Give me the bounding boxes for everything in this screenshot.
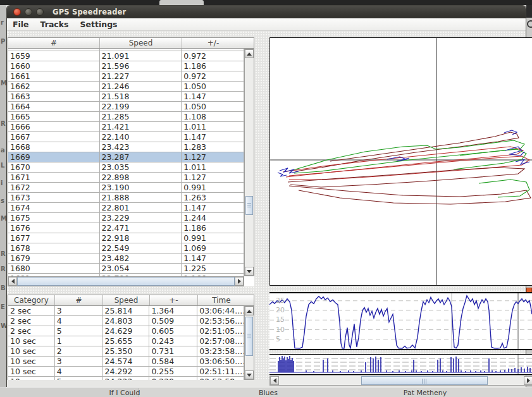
- table-cell: 1.244: [182, 213, 244, 223]
- table-cell: 22.801: [100, 203, 182, 213]
- scroll-left-button[interactable]: [270, 376, 279, 385]
- menu-settings[interactable]: Settings: [75, 18, 123, 31]
- table-cell: 2 sec: [8, 316, 55, 326]
- table-cell: 24.292: [103, 367, 150, 377]
- y-axis-tick: 20: [276, 306, 285, 314]
- table-row[interactable]: 166722.1401.147: [8, 132, 244, 142]
- table-cell: 24.803: [103, 316, 150, 326]
- table-row[interactable]: 2 sec524.6290.60502:51:05....: [8, 326, 244, 336]
- speed-graph-canvas[interactable]: [269, 293, 532, 349]
- table-cell: 4: [55, 367, 103, 377]
- menu-tracks[interactable]: Tracks: [35, 18, 75, 31]
- table-cell: 22.199: [100, 102, 182, 112]
- scroll-down-button[interactable]: [245, 370, 254, 379]
- y-axis-tick: 25: [276, 296, 285, 305]
- table-row[interactable]: 167122.8981.127: [8, 173, 244, 183]
- table-cell: 1663: [8, 92, 100, 102]
- background-letter: i: [1, 180, 3, 186]
- speed-table-vscrollbar[interactable]: [244, 49, 254, 276]
- table-cell: 1.069: [182, 243, 244, 253]
- table-row[interactable]: 166121.2270.972: [8, 71, 244, 82]
- col-header-speed[interactable]: Speed: [103, 295, 150, 305]
- speed-graph-panel[interactable]: 252015105: [269, 292, 532, 350]
- table-row[interactable]: 10 sec524.2220.22902:53:58....: [8, 377, 244, 380]
- scroll-thumb[interactable]: [361, 376, 488, 385]
- table-cell: 03:06:50....: [197, 357, 244, 367]
- scroll-down-button[interactable]: [245, 267, 254, 276]
- table-row[interactable]: 167822.5491.069: [8, 243, 244, 253]
- table-cell: 1.050: [182, 82, 244, 92]
- track-plot-panel[interactable]: [269, 37, 532, 286]
- table-row[interactable]: 2 sec325.8141.36403:06:44....: [8, 306, 244, 316]
- gps-speedreader-window: GPS Speedreader File Tracks Settings # S…: [6, 5, 526, 387]
- table-cell: 0.243: [149, 336, 197, 346]
- table-row[interactable]: 166321.5181.147: [8, 92, 244, 102]
- maximize-button[interactable]: [36, 8, 44, 16]
- track-plot-canvas[interactable]: [270, 38, 532, 285]
- col-header-num[interactable]: #: [55, 295, 103, 305]
- table-row[interactable]: 165821.2130.933: [8, 49, 244, 51]
- minimize-button[interactable]: [25, 8, 32, 16]
- graph-hscrollbar[interactable]: [269, 376, 532, 386]
- table-row[interactable]: 166521.2851.108: [8, 112, 244, 122]
- scroll-up-button[interactable]: [245, 307, 254, 315]
- table-cell: 22.549: [100, 243, 182, 253]
- table-cell: 0.731: [149, 346, 197, 357]
- table-row[interactable]: 2 sec424.8030.50902:53:56....: [8, 316, 244, 326]
- title-bar[interactable]: GPS Speedreader: [7, 6, 526, 18]
- table-row[interactable]: 167923.4821.147: [8, 253, 244, 264]
- close-button[interactable]: [13, 8, 21, 16]
- scroll-left-button[interactable]: [8, 277, 17, 286]
- table-cell: 21.285: [100, 112, 182, 122]
- scroll-thumb[interactable]: [17, 277, 235, 286]
- table-row[interactable]: 168023.0541.225: [8, 264, 244, 274]
- col-header-num[interactable]: #: [8, 38, 100, 48]
- col-header-speed[interactable]: Speed: [100, 38, 182, 48]
- table-row[interactable]: 165921.0910.972: [8, 51, 244, 61]
- scroll-track[interactable]: [17, 277, 235, 286]
- speed-table-header[interactable]: # Speed +/-: [8, 37, 254, 49]
- table-cell: 1666: [8, 122, 100, 132]
- overview-graph-panel[interactable]: [269, 354, 532, 375]
- table-cell: 21.421: [100, 122, 182, 132]
- scroll-up-button[interactable]: [245, 49, 254, 58]
- table-row[interactable]: 167722.9180.991: [8, 233, 244, 243]
- song-genre: Blues: [259, 389, 278, 397]
- table-cell: 1674: [8, 203, 100, 213]
- scroll-thumb[interactable]: [245, 196, 253, 215]
- col-header-plusminus[interactable]: +/-: [182, 38, 244, 48]
- records-table-header[interactable]: Category # Speed +- Time: [8, 295, 254, 306]
- table-row[interactable]: 10 sec225.3500.73103:23:58....: [8, 346, 244, 357]
- table-cell: 22.898: [100, 173, 182, 183]
- background-letter: M: [1, 80, 6, 87]
- table-row[interactable]: 167223.1900.991: [8, 183, 244, 193]
- scroll-right-button[interactable]: [235, 277, 244, 286]
- table-row[interactable]: 167523.2291.244: [8, 213, 244, 223]
- table-row[interactable]: 166422.1991.050: [8, 102, 244, 112]
- speed-table-hscrollbar[interactable]: [8, 276, 244, 286]
- table-cell: 0.972: [182, 71, 244, 82]
- table-row[interactable]: 166221.2461.050: [8, 82, 244, 92]
- table-row[interactable]: 167422.8011.147: [8, 203, 244, 213]
- menu-file[interactable]: File: [7, 18, 35, 31]
- col-header-category[interactable]: Category: [8, 295, 55, 305]
- col-header-plusminus[interactable]: +-: [150, 295, 198, 305]
- table-cell: 1.011: [182, 122, 244, 132]
- scroll-track[interactable]: [279, 376, 524, 385]
- table-row[interactable]: 167622.4711.186: [8, 223, 244, 233]
- scroll-thumb[interactable]: [245, 317, 253, 356]
- scroll-right-button[interactable]: [524, 376, 532, 385]
- table-row[interactable]: 166823.4231.283: [8, 142, 244, 152]
- table-row[interactable]: 166621.4211.011: [8, 122, 244, 132]
- table-row-selected[interactable]: 166923.2871.127: [8, 152, 244, 162]
- table-row[interactable]: 166021.5961.186: [8, 61, 244, 71]
- records-table-vscrollbar[interactable]: [244, 306, 254, 380]
- col-header-time[interactable]: Time: [198, 295, 245, 305]
- table-row[interactable]: 10 sec324.5740.58403:06:50....: [8, 357, 244, 367]
- overview-canvas[interactable]: [269, 355, 532, 374]
- table-row[interactable]: 167023.0351.011: [8, 162, 244, 173]
- table-row[interactable]: 167321.8881.263: [8, 193, 244, 203]
- table-row[interactable]: 10 sec424.2920.25502:51:11....: [8, 367, 244, 377]
- table-row[interactable]: 10 sec125.6550.24302:57:08....: [8, 336, 244, 346]
- table-cell: 1680: [8, 264, 100, 274]
